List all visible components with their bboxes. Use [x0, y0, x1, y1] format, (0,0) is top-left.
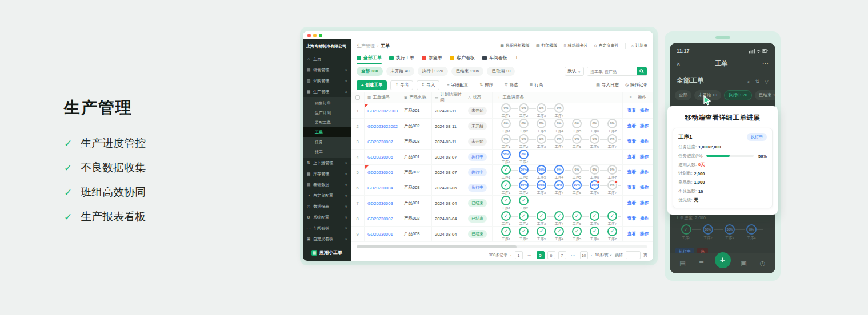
add-icon[interactable]: +	[715, 252, 731, 268]
view-link[interactable]: 查看	[627, 123, 636, 129]
workorder-id-link[interactable]: GD20230001	[367, 232, 393, 237]
operate-link[interactable]: 操作	[640, 231, 649, 237]
header-action[interactable]: ◇ 自定义事件	[594, 43, 618, 49]
page-number[interactable]: 1	[515, 251, 523, 259]
toolbar-right-action[interactable]: ◷ 操作记录	[625, 82, 647, 88]
profile-icon[interactable]: ◷	[757, 260, 769, 267]
sidebar-item[interactable]: ⌂ 主页	[303, 54, 351, 64]
sidebar-item[interactable]: ◷ 数据报表 ∨	[303, 201, 351, 212]
workorder-id-link[interactable]: GD2023022003	[367, 108, 398, 114]
search-input[interactable]	[587, 67, 637, 75]
breadcrumb-parent[interactable]: 生产管理	[357, 43, 375, 49]
sidebar-item[interactable]: ▩ 库存管理 ∨	[303, 168, 351, 179]
sidebar-item[interactable]: ▤ 基础数据 ∨	[303, 179, 351, 190]
table-row[interactable]: 2 GD2023022002 产品002 2024-03-11 未开始 0% 工…	[351, 119, 653, 134]
page-size-select[interactable]: 10条/页 ∨	[595, 252, 612, 258]
operate-link[interactable]: 操作	[640, 169, 649, 175]
sidebar-item[interactable]: ▥ 采购管理 ∨	[303, 75, 351, 86]
column-header[interactable]: ▣ 产品名称	[401, 92, 432, 103]
status-filter-chip[interactable]: 已结束 1106	[451, 67, 484, 76]
horizontal-scrollbar[interactable]	[357, 245, 647, 248]
select-all-checkbox[interactable]	[355, 95, 360, 100]
view-link[interactable]: 查看	[627, 216, 636, 221]
phone-filter-chip[interactable]: 执行中 20	[724, 90, 752, 100]
status-filter-chip[interactable]: 已取消 10	[487, 67, 515, 76]
page-number[interactable]: 7	[558, 251, 566, 259]
column-header[interactable]: △ 状态	[465, 92, 493, 103]
phone-filter-chip[interactable]: 全部	[675, 90, 691, 100]
search-button[interactable]	[637, 67, 647, 76]
table-row[interactable]: 8 GD20230002 产品002 2024-03-04 已结束 ✓ 工序1 …	[351, 211, 653, 227]
table-row[interactable]: 9 GD20230001 产品003 2024-03-04 已结束 ✓ 工序1 …	[351, 227, 653, 242]
column-header[interactable]: ⋮ 工单进度条	[493, 92, 623, 103]
more-icon[interactable]: ⋯	[762, 60, 769, 67]
page-number[interactable]: 10	[580, 251, 588, 259]
operate-link[interactable]: 操作	[640, 139, 649, 144]
operate-link[interactable]: 操作	[640, 108, 649, 114]
toolbar-button[interactable]: ↥ 导出	[390, 80, 413, 90]
workorder-id-link[interactable]: GD20230002	[367, 216, 393, 221]
table-row[interactable]: 6 GD20230004 产品003 2024-03-06 执行中 ✓ 工序1 …	[351, 180, 653, 196]
sidebar-item[interactable]: ▦ 生产管理 ∧	[303, 86, 351, 97]
toolbar-button[interactable]: ⇅ 排序	[475, 80, 497, 90]
operate-link[interactable]: 操作	[640, 216, 649, 221]
status-filter-chip[interactable]: 执行中 220	[418, 67, 448, 76]
column-header[interactable]: ≡ 操作	[623, 92, 653, 103]
view-link[interactable]: 查看	[627, 231, 636, 237]
view-link[interactable]: 查看	[627, 200, 636, 206]
toolbar-button[interactable]: ≡ 字段配置	[443, 80, 472, 90]
workorder-tab[interactable]: 执行工单	[389, 52, 414, 64]
table-row[interactable]: 7 GD20230003 产品001 2024-03-04 已结束 ✓ 工序1 …	[351, 196, 653, 211]
process-card[interactable]: 工序1 执行中 任务进度: 1,000/2,000 任务进度(%): 50% 逾…	[673, 128, 773, 208]
task-list-icon[interactable]: ≣	[696, 260, 707, 267]
scrollbar-thumb[interactable]	[357, 245, 517, 248]
status-filter-chip[interactable]: 未开始 40	[386, 67, 414, 76]
phone-filter-chip[interactable]: 已结束 10	[755, 90, 775, 100]
workorder-id-link[interactable]: GD20230003	[367, 201, 393, 206]
report-work-icon[interactable]: ▣	[738, 260, 750, 267]
workorder-id-link[interactable]: GD20230007	[367, 139, 393, 144]
filter-icon[interactable]: ▽	[765, 79, 769, 84]
header-action[interactable]: ▯ 移动端卡片	[564, 43, 588, 49]
workorder-id-link[interactable]: GD20230006	[367, 155, 393, 160]
sidebar-item[interactable]: ▭ 车间看板 ∨	[303, 223, 351, 233]
workorder-tab[interactable]: 客户看板	[450, 52, 475, 64]
table-row[interactable]: 1 GD2023022003 产品001 2024-03-11 未开始 0% 工…	[351, 103, 653, 119]
table-row[interactable]: 3 GD20230007 产品003 2024-03-11 未开始 0% 工序1…	[351, 134, 653, 150]
maximize-window-icon[interactable]	[319, 34, 322, 37]
prev-page-icon[interactable]: ‹	[510, 253, 511, 257]
workorder-tab[interactable]: 加急单	[422, 52, 442, 64]
toolbar-button[interactable]: ≣ 行高	[526, 80, 547, 90]
view-link[interactable]: 查看	[627, 108, 636, 114]
sidebar-item[interactable]: ⚙ 系统配置 ∨	[303, 212, 351, 223]
search-icon[interactable]: ⌕	[747, 79, 750, 84]
workorder-tab[interactable]: 全部工单	[357, 52, 382, 64]
add-tab-button[interactable]: +	[515, 55, 518, 61]
view-link[interactable]: 查看	[627, 139, 636, 144]
sidebar-item[interactable]: ⇅ 上下游管理 ∨	[303, 158, 351, 168]
header-action[interactable]: ▤ 打印模版	[536, 43, 558, 49]
next-page-icon[interactable]: ›	[591, 253, 592, 257]
close-window-icon[interactable]	[307, 34, 311, 37]
workorder-id-link[interactable]: GD20230004	[367, 185, 393, 191]
toolbar-right-action[interactable]: ▤ 导入日志	[596, 82, 619, 88]
sidebar-item[interactable]: ▣ 自定义看板 ∨	[303, 233, 351, 244]
create-workorder-button[interactable]: + 创建工单	[357, 80, 387, 90]
page-number[interactable]: 6	[547, 251, 555, 259]
header-action[interactable]: ▦ 数据分析模版	[500, 43, 530, 49]
status-filter-chip[interactable]: 全部 380	[357, 67, 383, 76]
operate-link[interactable]: 操作	[640, 185, 649, 191]
sidebar-subitem[interactable]: 装配工单	[303, 118, 351, 127]
sidebar-item[interactable]: ▤ 销售管理 ∨	[303, 64, 351, 75]
sort-icon[interactable]: ⇅	[755, 79, 760, 84]
operate-link[interactable]: 操作	[640, 123, 649, 129]
sidebar-subitem[interactable]: 报工	[303, 147, 351, 156]
view-link[interactable]: 查看	[627, 185, 636, 191]
workorder-icon[interactable]: ▤	[677, 260, 689, 267]
page-number[interactable]: ···	[526, 251, 534, 259]
sidebar-subitem[interactable]: 任务	[303, 137, 351, 147]
column-header[interactable]: ▭ 计划结束时间	[432, 92, 465, 103]
operate-link[interactable]: 操作	[640, 200, 649, 206]
toolbar-button[interactable]: ▽ 筛选	[501, 80, 522, 90]
toolbar-button[interactable]: ↧ 导入	[417, 80, 439, 90]
